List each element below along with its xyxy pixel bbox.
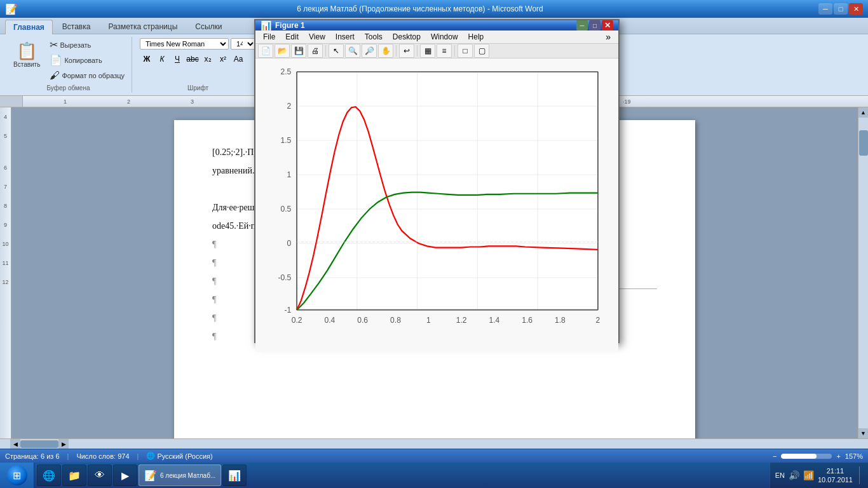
- word-close-button[interactable]: ✕: [849, 3, 863, 15]
- taskbar-item-word[interactable]: 📝 6 лекция Матлаб...: [139, 464, 221, 486]
- matlab-tb-open[interactable]: 📂: [275, 44, 290, 58]
- matlab-tb-print[interactable]: 🖨: [308, 44, 323, 58]
- tray-time: 21:11: [818, 466, 853, 475]
- statusbar: Страница: 6 из 6 | Число слов: 974 | 🌐 Р…: [0, 449, 868, 463]
- start-button[interactable]: ⊞: [0, 463, 34, 488]
- paste-button[interactable]: 📋 Вставить: [9, 38, 44, 71]
- matlab-title: Figure 1: [275, 21, 575, 30]
- matlab-tb-cursor[interactable]: ↖: [329, 44, 344, 58]
- tray-clock[interactable]: 21:11 10.07.2011: [818, 466, 853, 485]
- matlab-tb-zoom-in[interactable]: 🔍: [345, 44, 360, 58]
- matlab-menu-insert[interactable]: Insert: [330, 31, 360, 43]
- cut-button[interactable]: ✂ Вырезать: [46, 38, 128, 52]
- tab-insert[interactable]: Вставка: [54, 19, 99, 34]
- zoom-minus-button[interactable]: −: [770, 452, 779, 460]
- svg-text:1.2: 1.2: [456, 316, 467, 325]
- scroll-down-button[interactable]: ▼: [858, 428, 869, 438]
- matlab-tb-new[interactable]: 📄: [258, 44, 273, 58]
- player-icon: ▶: [119, 469, 132, 482]
- matlab-menu-file[interactable]: File: [258, 31, 280, 43]
- matlab-icon: 📊: [228, 469, 241, 482]
- matlab-menu-tools[interactable]: Tools: [360, 31, 388, 43]
- font-name-select[interactable]: Times New Roman: [140, 38, 229, 50]
- status-sep-1: |: [67, 452, 69, 460]
- tray-network-icon[interactable]: 📶: [803, 470, 814, 480]
- matlab-tb-zoom-out[interactable]: 🔎: [362, 44, 377, 58]
- svg-text:1: 1: [287, 170, 292, 179]
- word-window-controls: ─ □ ✕: [818, 3, 863, 15]
- matlab-tb-rotate[interactable]: ↩: [399, 44, 414, 58]
- matlab-menu-help[interactable]: Help: [463, 31, 489, 43]
- scroll-h-thumb[interactable]: [20, 440, 58, 448]
- word-titlebar: 📝 6 лекция Матлаб (Продолжение численных…: [0, 0, 868, 18]
- taskbar-item-ie[interactable]: 🌐: [37, 464, 61, 486]
- change-case-button[interactable]: Аа: [231, 53, 245, 65]
- copy-button[interactable]: 📄 Копировать: [46, 53, 128, 67]
- matlab-menu-view[interactable]: View: [304, 31, 330, 43]
- svg-text:0: 0: [287, 239, 292, 248]
- underline-button[interactable]: Ч: [170, 53, 184, 65]
- vertical-scrollbar: ▲ ▼: [858, 107, 868, 438]
- tab-home[interactable]: Главная: [5, 20, 53, 34]
- matlab-tb-colorbar[interactable]: ▦: [420, 44, 435, 58]
- matlab-tb-save[interactable]: 💾: [291, 44, 306, 58]
- explorer-icon: 📁: [68, 469, 81, 482]
- matlab-menu-desktop[interactable]: Desktop: [388, 31, 426, 43]
- scroll-up-button[interactable]: ▲: [858, 107, 869, 118]
- zoom-plus-button[interactable]: +: [834, 452, 843, 460]
- matlab-minimize-button[interactable]: ─: [576, 20, 588, 30]
- matlab-menubar: File Edit View Insert Tools Desktop Wind…: [255, 30, 618, 44]
- bold-button[interactable]: Ж: [140, 53, 154, 65]
- font-size-select[interactable]: 14: [231, 38, 256, 50]
- taskbar-item-media[interactable]: 👁: [88, 464, 112, 486]
- taskbar-item-matlab[interactable]: 📊: [222, 464, 247, 486]
- tray-language[interactable]: EN: [775, 471, 785, 479]
- scroll-thumb[interactable]: [859, 130, 868, 156]
- scroll-right-button[interactable]: ▶: [58, 439, 69, 449]
- page-status-text: Страница: 6 из 6: [5, 452, 60, 460]
- status-sep-2: |: [137, 452, 139, 460]
- matlab-close-button[interactable]: ✕: [602, 20, 613, 30]
- words-status-text: Число слов: 974: [76, 452, 129, 460]
- matlab-tb-rect2[interactable]: ▢: [474, 44, 489, 58]
- matlab-tb-legend[interactable]: ≡: [437, 44, 452, 58]
- matlab-menu-edit[interactable]: Edit: [280, 31, 304, 43]
- matlab-tb-rect1[interactable]: □: [458, 44, 473, 58]
- copy-label: Копировать: [64, 57, 102, 64]
- matlab-tb-pan[interactable]: ✋: [378, 44, 393, 58]
- svg-text:0.2: 0.2: [292, 316, 302, 325]
- word-title: 6 лекция Матлаб (Продолжение численных м…: [22, 4, 818, 13]
- svg-text:1.5: 1.5: [280, 136, 291, 145]
- matlab-tb-sep-2: [396, 45, 397, 57]
- zoom-progress: [781, 454, 817, 459]
- subscript-button[interactable]: x₂: [201, 53, 215, 65]
- taskbar: ⊞ 🌐 📁 👁 ▶ 📝 6 лекция Матлаб... 📊 EN 🔊 📶 …: [0, 463, 868, 488]
- format-buttons-row: Ж К Ч abc x₂ x² Аа: [140, 53, 245, 65]
- svg-text:2.5: 2.5: [280, 67, 291, 76]
- scroll-left-button[interactable]: ◀: [10, 439, 20, 449]
- tab-page-layout[interactable]: Разметка страницы: [100, 19, 186, 34]
- taskbar-item-player[interactable]: ▶: [113, 464, 137, 486]
- format-painter-button[interactable]: 🖌 Формат по образцу: [46, 69, 128, 83]
- zoom-slider[interactable]: [781, 454, 832, 459]
- superscript-button[interactable]: x²: [216, 53, 230, 65]
- matlab-maximize-button[interactable]: □: [589, 20, 600, 30]
- paste-icon: 📋: [17, 41, 37, 61]
- word-minimize-button[interactable]: ─: [818, 3, 832, 15]
- matlab-title-icon: 📊: [261, 20, 271, 30]
- matlab-menu-window[interactable]: Window: [426, 31, 463, 43]
- tab-references[interactable]: Ссылки: [187, 19, 230, 34]
- paste-label: Вставить: [13, 61, 40, 68]
- strikethrough-button[interactable]: abc: [186, 53, 200, 65]
- tray-show-desktop-icon[interactable]: [859, 466, 863, 484]
- matlab-menu-arrow[interactable]: »: [600, 30, 616, 43]
- start-orb: ⊞: [7, 465, 27, 485]
- svg-text:2: 2: [596, 316, 600, 325]
- clipboard-group: 📋 Вставить ✂ Вырезать 📄 Копировать: [5, 37, 132, 93]
- matlab-plot-area: 2.5 2 1.5 1 0.5 0 -0.5 -1 0.2 0.4 0.6 0.…: [255, 58, 618, 351]
- word-maximize-button[interactable]: □: [834, 3, 848, 15]
- cut-label: Вырезать: [60, 41, 91, 49]
- tray-volume-icon[interactable]: 🔊: [789, 470, 799, 480]
- italic-button[interactable]: К: [155, 53, 169, 65]
- taskbar-item-explorer[interactable]: 📁: [62, 464, 86, 486]
